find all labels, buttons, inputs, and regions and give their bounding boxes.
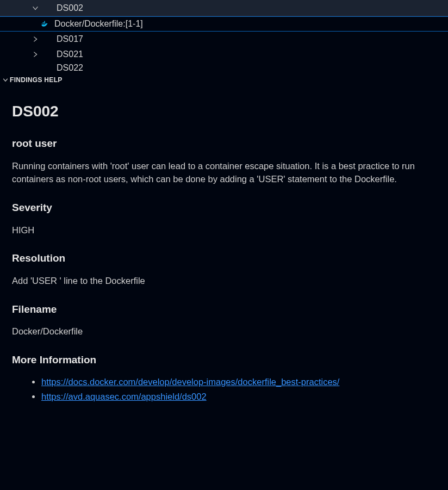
findings-tree: DS002 Docker/Dockerfile:[1-1] DS017 DS02…	[0, 0, 448, 73]
docker-icon	[39, 19, 49, 29]
list-item: https://docs.docker.com/develop/develop-…	[41, 375, 436, 389]
severity-value: HIGH	[12, 224, 436, 237]
finding-description: Running containers with 'root' user can …	[12, 159, 436, 187]
tree-row-ds022[interactable]: DS022	[0, 62, 448, 73]
more-info-list: https://docs.docker.com/develop/develop-…	[12, 375, 436, 404]
more-info-heading: More Information	[12, 352, 436, 368]
severity-heading: Severity	[12, 200, 436, 216]
tree-item-label: DS021	[57, 49, 83, 59]
filename-heading: Filename	[12, 302, 436, 318]
tree-row-ds021[interactable]: DS021	[0, 47, 448, 62]
chevron-down-icon	[30, 3, 40, 13]
filename-value: Docker/Dockerfile	[12, 325, 436, 338]
list-item: https://avd.aquasec.com/appshield/ds002	[41, 390, 436, 404]
resolution-value: Add 'USER ' line to the Dockerfile	[12, 274, 436, 288]
finding-id: DS002	[12, 100, 436, 123]
more-info-link[interactable]: https://docs.docker.com/develop/develop-…	[41, 377, 339, 387]
tree-row-ds002[interactable]: DS002	[0, 0, 448, 16]
resolution-heading: Resolution	[12, 251, 436, 266]
tree-item-label: DS017	[57, 34, 83, 44]
tree-item-label: DS002	[57, 3, 83, 13]
tree-row-ds017[interactable]: DS017	[0, 32, 448, 47]
more-info-link[interactable]: https://avd.aquasec.com/appshield/ds002	[41, 392, 207, 401]
tree-file-label: Docker/Dockerfile:[1-1]	[54, 19, 143, 29]
section-title: FINDINGS HELP	[10, 76, 63, 84]
findings-help-header[interactable]: FINDINGS HELP	[0, 73, 448, 87]
tree-row-file[interactable]: Docker/Dockerfile:[1-1]	[0, 16, 448, 32]
chevron-down-icon	[1, 76, 10, 84]
chevron-right-icon	[30, 34, 40, 44]
chevron-right-icon	[30, 49, 40, 59]
finding-title: root user	[12, 136, 436, 152]
finding-detail: DS002 root user Running containers with …	[0, 87, 448, 415]
tree-item-label: DS022	[57, 63, 83, 73]
